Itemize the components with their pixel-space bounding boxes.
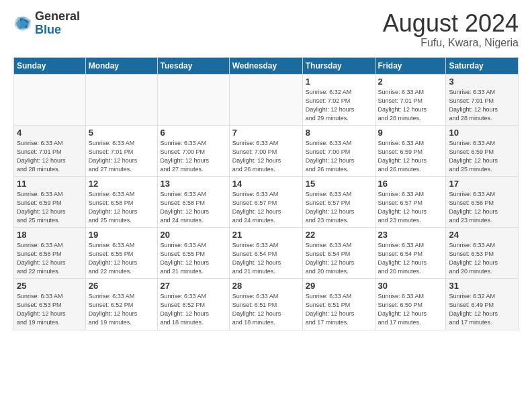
cell-w3-d1: 19Sunrise: 6:33 AM Sunset: 6:55 PM Dayli… <box>85 228 157 279</box>
cell-w3-d5: 23Sunrise: 6:33 AM Sunset: 6:54 PM Dayli… <box>375 228 446 279</box>
day-info-16: Sunrise: 6:33 AM Sunset: 6:57 PM Dayligh… <box>378 190 443 225</box>
day-number-17: 17 <box>449 179 515 189</box>
cell-w3-d2: 20Sunrise: 6:33 AM Sunset: 6:55 PM Dayli… <box>157 228 229 279</box>
month-title: August 2024 <box>383 10 519 37</box>
day-info-2: Sunrise: 6:33 AM Sunset: 7:01 PM Dayligh… <box>378 88 443 123</box>
cell-w2-d2: 13Sunrise: 6:33 AM Sunset: 6:58 PM Dayli… <box>157 176 229 227</box>
day-number-30: 30 <box>378 281 443 291</box>
day-number-4: 4 <box>17 128 83 138</box>
day-info-5: Sunrise: 6:33 AM Sunset: 7:01 PM Dayligh… <box>89 139 154 174</box>
calendar-header-row: Sunday Monday Tuesday Wednesday Thursday… <box>14 57 519 74</box>
day-info-30: Sunrise: 6:33 AM Sunset: 6:50 PM Dayligh… <box>378 292 443 327</box>
week-row-3: 18Sunrise: 6:33 AM Sunset: 6:56 PM Dayli… <box>14 228 519 279</box>
day-info-23: Sunrise: 6:33 AM Sunset: 6:54 PM Dayligh… <box>378 241 443 276</box>
location: Fufu, Kwara, Nigeria <box>383 37 519 49</box>
day-number-24: 24 <box>449 230 515 240</box>
week-row-0: 1Sunrise: 6:32 AM Sunset: 7:02 PM Daylig… <box>14 74 519 125</box>
day-number-31: 31 <box>449 281 515 291</box>
day-number-2: 2 <box>378 77 443 87</box>
cell-w0-d2 <box>157 74 229 125</box>
day-info-12: Sunrise: 6:33 AM Sunset: 6:58 PM Dayligh… <box>89 190 154 225</box>
col-tuesday: Tuesday <box>157 57 229 74</box>
day-number-7: 7 <box>232 128 300 138</box>
day-number-11: 11 <box>17 179 83 189</box>
cell-w4-d6: 31Sunrise: 6:32 AM Sunset: 6:49 PM Dayli… <box>446 279 519 330</box>
day-info-7: Sunrise: 6:33 AM Sunset: 7:00 PM Dayligh… <box>232 139 300 174</box>
cell-w4-d2: 27Sunrise: 6:33 AM Sunset: 6:52 PM Dayli… <box>157 279 229 330</box>
cell-w1-d2: 6Sunrise: 6:33 AM Sunset: 7:00 PM Daylig… <box>157 125 229 176</box>
cell-w4-d4: 29Sunrise: 6:33 AM Sunset: 6:51 PM Dayli… <box>302 279 375 330</box>
day-info-13: Sunrise: 6:33 AM Sunset: 6:58 PM Dayligh… <box>161 190 226 225</box>
page: General Blue August 2024 Fufu, Kwara, Ni… <box>0 0 532 411</box>
day-number-5: 5 <box>89 128 154 138</box>
col-wednesday: Wednesday <box>229 57 302 74</box>
cell-w1-d3: 7Sunrise: 6:33 AM Sunset: 7:00 PM Daylig… <box>229 125 302 176</box>
day-number-6: 6 <box>161 128 226 138</box>
day-number-27: 27 <box>161 281 226 291</box>
cell-w1-d0: 4Sunrise: 6:33 AM Sunset: 7:01 PM Daylig… <box>14 125 86 176</box>
day-number-15: 15 <box>306 179 372 189</box>
logo-text: General Blue <box>35 10 80 37</box>
cell-w2-d0: 11Sunrise: 6:33 AM Sunset: 6:59 PM Dayli… <box>14 176 86 227</box>
cell-w3-d4: 22Sunrise: 6:33 AM Sunset: 6:54 PM Dayli… <box>302 228 375 279</box>
cell-w2-d1: 12Sunrise: 6:33 AM Sunset: 6:58 PM Dayli… <box>85 176 157 227</box>
day-info-24: Sunrise: 6:33 AM Sunset: 6:53 PM Dayligh… <box>449 241 515 276</box>
calendar: Sunday Monday Tuesday Wednesday Thursday… <box>13 57 519 330</box>
day-number-14: 14 <box>232 179 300 189</box>
cell-w1-d5: 9Sunrise: 6:33 AM Sunset: 6:59 PM Daylig… <box>375 125 446 176</box>
day-number-13: 13 <box>161 179 226 189</box>
cell-w0-d0 <box>14 74 86 125</box>
cell-w4-d5: 30Sunrise: 6:33 AM Sunset: 6:50 PM Dayli… <box>375 279 446 330</box>
col-friday: Friday <box>375 57 446 74</box>
cell-w0-d6: 3Sunrise: 6:33 AM Sunset: 7:01 PM Daylig… <box>446 74 519 125</box>
cell-w1-d6: 10Sunrise: 6:33 AM Sunset: 6:59 PM Dayli… <box>446 125 519 176</box>
day-info-10: Sunrise: 6:33 AM Sunset: 6:59 PM Dayligh… <box>449 139 515 174</box>
day-number-16: 16 <box>378 179 443 189</box>
col-saturday: Saturday <box>446 57 519 74</box>
day-info-26: Sunrise: 6:33 AM Sunset: 6:52 PM Dayligh… <box>89 292 154 327</box>
cell-w2-d4: 15Sunrise: 6:33 AM Sunset: 6:57 PM Dayli… <box>302 176 375 227</box>
day-number-3: 3 <box>449 77 515 87</box>
day-number-29: 29 <box>306 281 372 291</box>
cell-w4-d1: 26Sunrise: 6:33 AM Sunset: 6:52 PM Dayli… <box>85 279 157 330</box>
day-number-20: 20 <box>161 230 226 240</box>
cell-w4-d3: 28Sunrise: 6:33 AM Sunset: 6:51 PM Dayli… <box>229 279 302 330</box>
day-info-25: Sunrise: 6:33 AM Sunset: 6:53 PM Dayligh… <box>17 292 83 327</box>
title-block: August 2024 Fufu, Kwara, Nigeria <box>383 10 519 49</box>
logo-blue-text: Blue <box>35 24 80 37</box>
cell-w3-d6: 24Sunrise: 6:33 AM Sunset: 6:53 PM Dayli… <box>446 228 519 279</box>
cell-w4-d0: 25Sunrise: 6:33 AM Sunset: 6:53 PM Dayli… <box>14 279 86 330</box>
day-info-11: Sunrise: 6:33 AM Sunset: 6:59 PM Dayligh… <box>17 190 83 225</box>
week-row-4: 25Sunrise: 6:33 AM Sunset: 6:53 PM Dayli… <box>14 279 519 330</box>
day-info-29: Sunrise: 6:33 AM Sunset: 6:51 PM Dayligh… <box>306 292 372 327</box>
day-info-20: Sunrise: 6:33 AM Sunset: 6:55 PM Dayligh… <box>161 241 226 276</box>
day-info-4: Sunrise: 6:33 AM Sunset: 7:01 PM Dayligh… <box>17 139 83 174</box>
day-info-21: Sunrise: 6:33 AM Sunset: 6:54 PM Dayligh… <box>232 241 300 276</box>
day-number-10: 10 <box>449 128 515 138</box>
cell-w2-d6: 17Sunrise: 6:33 AM Sunset: 6:56 PM Dayli… <box>446 176 519 227</box>
cell-w3-d0: 18Sunrise: 6:33 AM Sunset: 6:56 PM Dayli… <box>14 228 86 279</box>
header: General Blue August 2024 Fufu, Kwara, Ni… <box>13 10 519 49</box>
cell-w1-d4: 8Sunrise: 6:33 AM Sunset: 7:00 PM Daylig… <box>302 125 375 176</box>
logo-general-text: General <box>35 10 80 24</box>
day-number-18: 18 <box>17 230 83 240</box>
day-info-8: Sunrise: 6:33 AM Sunset: 7:00 PM Dayligh… <box>306 139 372 174</box>
day-number-12: 12 <box>89 179 154 189</box>
day-info-17: Sunrise: 6:33 AM Sunset: 6:56 PM Dayligh… <box>449 190 515 225</box>
day-info-14: Sunrise: 6:33 AM Sunset: 6:57 PM Dayligh… <box>232 190 300 225</box>
logo-icon <box>13 14 32 33</box>
col-monday: Monday <box>85 57 157 74</box>
day-number-28: 28 <box>232 281 300 291</box>
day-info-31: Sunrise: 6:32 AM Sunset: 6:49 PM Dayligh… <box>449 292 515 327</box>
day-info-18: Sunrise: 6:33 AM Sunset: 6:56 PM Dayligh… <box>17 241 83 276</box>
day-number-23: 23 <box>378 230 443 240</box>
day-number-9: 9 <box>378 128 443 138</box>
cell-w1-d1: 5Sunrise: 6:33 AM Sunset: 7:01 PM Daylig… <box>85 125 157 176</box>
day-number-8: 8 <box>306 128 372 138</box>
day-info-6: Sunrise: 6:33 AM Sunset: 7:00 PM Dayligh… <box>161 139 226 174</box>
cell-w0-d4: 1Sunrise: 6:32 AM Sunset: 7:02 PM Daylig… <box>302 74 375 125</box>
cell-w2-d3: 14Sunrise: 6:33 AM Sunset: 6:57 PM Dayli… <box>229 176 302 227</box>
day-info-3: Sunrise: 6:33 AM Sunset: 7:01 PM Dayligh… <box>449 88 515 123</box>
cell-w2-d5: 16Sunrise: 6:33 AM Sunset: 6:57 PM Dayli… <box>375 176 446 227</box>
col-sunday: Sunday <box>14 57 86 74</box>
